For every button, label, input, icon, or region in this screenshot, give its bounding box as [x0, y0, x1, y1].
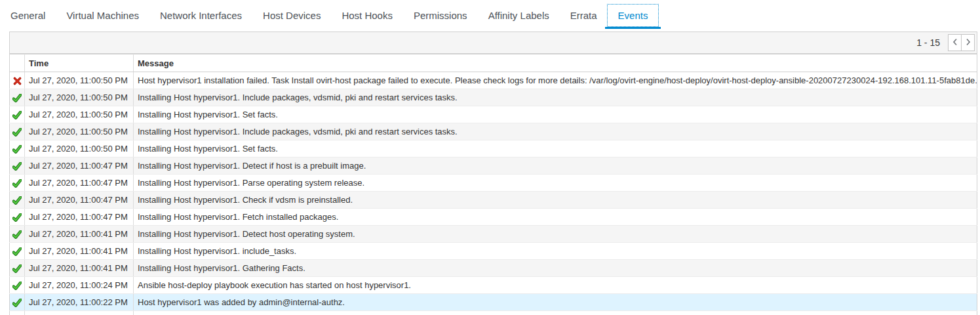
severity-cell: [10, 175, 25, 192]
event-message: Installing Host hypervisor1. Set facts.: [134, 106, 977, 123]
event-time: Jul 27, 2020, 11:00:22 PM: [25, 294, 134, 311]
success-icon: [12, 264, 22, 273]
column-header-time: Time: [25, 54, 134, 72]
success-icon: [12, 299, 22, 307]
pagination-range: 1 - 15: [916, 37, 940, 48]
event-message: Installing Host hypervisor1. Include pac…: [134, 123, 977, 140]
severity-cell: [10, 277, 25, 294]
event-message: Installing Host hypervisor1. Gathering F…: [134, 260, 977, 277]
event-message: Installing Host hypervisor1. Include pac…: [134, 89, 977, 106]
event-time: Jul 27, 2020, 11:00:50 PM: [25, 72, 134, 89]
severity-cell: [10, 209, 25, 226]
success-icon: [12, 247, 22, 256]
event-message: Installing Host hypervisor1. Parse opera…: [134, 175, 977, 192]
event-message: [134, 311, 977, 315]
severity-cell: [10, 140, 25, 158]
event-row[interactable]: Jul 27, 2020, 11:00:22 PM Host hyperviso…: [10, 294, 977, 311]
event-time: Jul 27, 2020, 11:00:41 PM: [25, 260, 134, 277]
severity-cell: [10, 192, 25, 209]
event-message: Installing Host hypervisor1. include_tas…: [134, 243, 977, 260]
event-row[interactable]: Jul 27, 2020, 11:00:50 PM Installing Hos…: [10, 89, 977, 106]
success-icon: [12, 196, 22, 205]
event-row[interactable]: Jul 27, 2020, 11:00:47 PM Installing Hos…: [10, 175, 977, 192]
success-icon: [12, 111, 22, 119]
event-row-partial[interactable]: [10, 311, 977, 315]
events-table: Time Message Jul 27, 2020, 11:00:50 PM H…: [9, 54, 977, 315]
events-panel: 1 - 15 Time Message: [9, 32, 977, 315]
event-time: Jul 27, 2020, 11:00:47 PM: [25, 158, 134, 175]
column-header-message: Message: [134, 54, 977, 72]
pagination-prev-button[interactable]: [948, 34, 962, 51]
tab-errata[interactable]: Errata: [560, 5, 608, 26]
severity-cell: [10, 158, 25, 175]
severity-cell: [10, 243, 25, 260]
event-message: Installing Host hypervisor1. Fetch insta…: [134, 209, 977, 226]
tab-host-devices[interactable]: Host Devices: [252, 5, 331, 26]
success-icon: [12, 179, 22, 188]
tab-host-hooks[interactable]: Host Hooks: [331, 5, 403, 26]
event-time: Jul 27, 2020, 11:00:41 PM: [25, 226, 134, 243]
event-time: Jul 27, 2020, 11:00:50 PM: [25, 106, 134, 123]
event-message: Installing Host hypervisor1. Check if vd…: [134, 192, 977, 209]
severity-cell: [10, 294, 25, 311]
event-time: Jul 27, 2020, 11:00:47 PM: [25, 209, 134, 226]
event-row[interactable]: Jul 27, 2020, 11:00:47 PM Installing Hos…: [10, 158, 977, 175]
event-time: Jul 27, 2020, 11:00:50 PM: [25, 140, 134, 158]
severity-cell: [10, 226, 25, 243]
tab-permissions[interactable]: Permissions: [403, 5, 478, 26]
event-time: Jul 27, 2020, 11:00:47 PM: [25, 192, 134, 209]
severity-cell: [10, 89, 25, 106]
event-row[interactable]: Jul 27, 2020, 11:00:47 PM Installing Hos…: [10, 192, 977, 209]
success-icon: [12, 128, 22, 136]
event-message: Host hypervisor1 installation failed. Ta…: [134, 72, 977, 89]
event-message: Installing Host hypervisor1. Set facts.: [134, 140, 977, 158]
success-icon: [12, 230, 22, 239]
event-time: Jul 27, 2020, 11:00:50 PM: [25, 123, 134, 140]
event-row[interactable]: Jul 27, 2020, 11:00:50 PM Host hyperviso…: [10, 72, 977, 89]
event-row[interactable]: Jul 27, 2020, 11:00:41 PM Installing Hos…: [10, 243, 977, 260]
severity-cell: [10, 106, 25, 123]
success-icon: [12, 94, 22, 102]
event-message: Installing Host hypervisor1. Detect if h…: [134, 158, 977, 175]
event-time: Jul 27, 2020, 11:00:41 PM: [25, 243, 134, 260]
pagination-next-button[interactable]: [961, 34, 975, 51]
tab-affinity-labels[interactable]: Affinity Labels: [478, 5, 560, 26]
event-time: Jul 27, 2020, 11:00:50 PM: [25, 89, 134, 106]
chevron-left-icon: [952, 38, 958, 48]
event-row[interactable]: Jul 27, 2020, 11:00:41 PM Installing Hos…: [10, 260, 977, 277]
event-time: [25, 311, 134, 315]
severity-cell: [10, 311, 25, 315]
tab-events[interactable]: Events: [608, 5, 659, 26]
severity-cell: [10, 123, 25, 140]
success-icon: [12, 282, 22, 290]
chevron-right-icon: [966, 38, 971, 48]
table-header-row: Time Message: [10, 54, 977, 72]
event-message: Installing Host hypervisor1. Detect host…: [134, 226, 977, 243]
severity-cell: [10, 72, 25, 89]
event-row[interactable]: Jul 27, 2020, 11:00:50 PM Installing Hos…: [10, 106, 977, 123]
event-time: Jul 27, 2020, 11:00:24 PM: [25, 277, 134, 294]
success-icon: [12, 162, 22, 171]
events-toolbar: 1 - 15: [9, 32, 977, 54]
severity-cell: [10, 260, 25, 277]
success-icon: [12, 145, 22, 154]
error-icon: [12, 77, 22, 85]
event-time: Jul 27, 2020, 11:00:47 PM: [25, 175, 134, 192]
event-row[interactable]: Jul 27, 2020, 11:00:41 PM Installing Hos…: [10, 226, 977, 243]
success-icon: [12, 213, 22, 222]
event-row[interactable]: Jul 27, 2020, 11:00:24 PM Ansible host-d…: [10, 277, 977, 294]
tab-virtual-machines[interactable]: Virtual Machines: [56, 5, 149, 26]
event-row[interactable]: Jul 27, 2020, 11:00:50 PM Installing Hos…: [10, 123, 977, 140]
event-message: Ansible host-deploy playbook execution h…: [134, 277, 977, 294]
detail-tabs: GeneralVirtual MachinesNetwork Interface…: [0, 0, 980, 31]
event-row[interactable]: Jul 27, 2020, 11:00:47 PM Installing Hos…: [10, 209, 977, 226]
events-table-wrap: Time Message Jul 27, 2020, 11:00:50 PM H…: [9, 54, 977, 315]
event-message: Host hypervisor1 was added by admin@inte…: [134, 294, 977, 311]
event-row[interactable]: Jul 27, 2020, 11:00:50 PM Installing Hos…: [10, 140, 977, 158]
column-header-severity: [10, 54, 25, 72]
tab-network-interfaces[interactable]: Network Interfaces: [149, 5, 252, 26]
tab-general[interactable]: General: [0, 5, 56, 26]
pagination-controls: [948, 34, 975, 51]
